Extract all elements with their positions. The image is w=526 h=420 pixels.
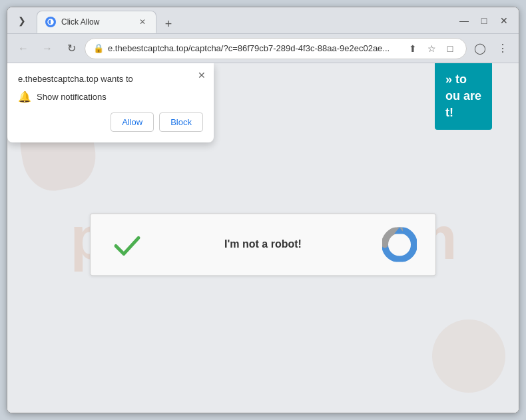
tab-title: Click Allow	[61, 17, 132, 27]
address-bar[interactable]: 🔒 e.thebestcaptcha.top/captcha/?c=86f79c…	[85, 38, 467, 59]
site-background: pcfixhelplcom » to ou are t! I'm not a r…	[7, 63, 519, 413]
block-button[interactable]: Block	[159, 112, 203, 132]
recaptcha-box: I'm not a robot!	[90, 213, 436, 276]
checkmark-icon	[111, 228, 142, 260]
notification-popup: ✕ e.thebestcaptcha.top wants to 🔔 Show n…	[7, 63, 214, 142]
address-text: e.thebestcaptcha.top/captcha/?c=86f79cb7…	[108, 43, 401, 53]
chevron-icon[interactable]: ❯	[13, 11, 31, 30]
site-popup-line3: t!	[445, 105, 481, 121]
bell-icon: 🔔	[18, 91, 31, 103]
recaptcha-label: I'm not a robot!	[160, 238, 366, 250]
address-actions: ⬆ ☆ □	[405, 41, 458, 57]
maximize-button[interactable]: □	[475, 11, 493, 30]
page-content: pcfixhelplcom » to ou are t! I'm not a r…	[7, 63, 519, 413]
allow-button[interactable]: Allow	[111, 112, 154, 132]
site-popup-line1: » to	[445, 71, 481, 88]
tab-favicon	[45, 17, 56, 27]
extensions-icon[interactable]: □	[442, 41, 458, 57]
profile-button[interactable]: ◯	[469, 38, 491, 59]
forward-button[interactable]: →	[37, 38, 58, 59]
window-controls: — □ ✕	[455, 11, 513, 30]
checkmark-area	[107, 228, 146, 260]
bookmark-icon[interactable]: ☆	[423, 41, 439, 57]
lock-icon: 🔒	[93, 43, 104, 53]
nav-right-buttons: ◯ ⋮	[469, 38, 513, 59]
share-icon[interactable]: ⬆	[405, 41, 421, 57]
notification-buttons: Allow Block	[18, 112, 203, 132]
close-button[interactable]: ✕	[495, 11, 513, 30]
menu-button[interactable]: ⋮	[492, 38, 513, 59]
tab-close-button[interactable]: ✕	[137, 17, 148, 27]
reload-button[interactable]: ↻	[61, 38, 82, 59]
permission-label: Show notifications	[37, 92, 107, 102]
notification-title: e.thebestcaptcha.top wants to	[18, 74, 203, 84]
browser-window: ❯ Click Allow ✕ + — □ ✕ ← → ↻	[7, 7, 519, 413]
permission-row: 🔔 Show notifications	[18, 91, 203, 103]
navigation-bar: ← → ↻ 🔒 e.thebestcaptcha.top/captcha/?c=…	[7, 34, 519, 63]
notification-close-button[interactable]: ✕	[195, 69, 208, 82]
active-tab[interactable]: Click Allow ✕	[37, 11, 156, 33]
tabs-area: Click Allow ✕ +	[37, 7, 449, 33]
title-bar: ❯ Click Allow ✕ + — □ ✕	[7, 7, 519, 34]
back-button[interactable]: ←	[13, 38, 34, 59]
minimize-button[interactable]: —	[455, 11, 473, 30]
new-tab-button[interactable]: +	[159, 15, 178, 33]
tab-chevron-area: ❯	[13, 11, 31, 30]
site-popup-line2: ou are	[445, 88, 481, 105]
site-notification-banner: » to ou are t!	[435, 63, 492, 130]
decorative-shape-right	[432, 319, 505, 393]
recaptcha-logo	[380, 227, 419, 262]
